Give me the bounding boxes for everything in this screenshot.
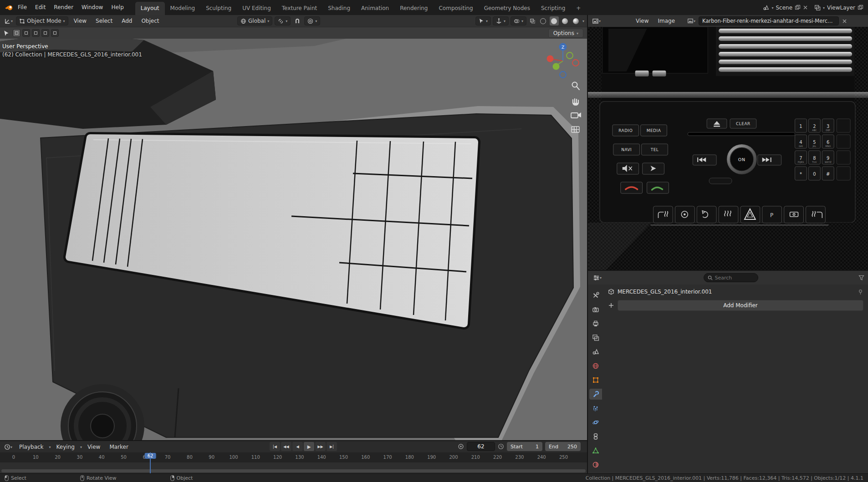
- gizmo-x-negative[interactable]: [572, 60, 579, 66]
- tab-shading[interactable]: Shading: [322, 2, 356, 15]
- properties-tab-particles[interactable]: [589, 403, 602, 414]
- tab-texture-paint[interactable]: Texture Paint: [276, 2, 322, 15]
- tab-animation[interactable]: Animation: [356, 2, 394, 15]
- filter-icon[interactable]: [858, 275, 864, 281]
- gizmos-dropdown[interactable]: [493, 16, 509, 25]
- transform-orientation-dropdown[interactable]: Global: [237, 16, 272, 25]
- browse-image-button[interactable]: [686, 16, 697, 25]
- snap-target-dropdown[interactable]: [275, 16, 291, 25]
- editor-type-button[interactable]: [3, 442, 14, 452]
- reference-image[interactable]: CLEAR RADIO MEDIA NAVI TEL: [588, 27, 868, 270]
- shading-solid-button[interactable]: [550, 16, 559, 25]
- search-input[interactable]: [715, 275, 752, 281]
- mode-dropdown[interactable]: Object Mode: [16, 16, 68, 25]
- view-layer-icon[interactable]: [814, 5, 821, 11]
- image-name-field[interactable]: Karbon-Fiber-renk-merkezi-anahtar-d-mesi…: [699, 16, 839, 25]
- tab-rendering[interactable]: Rendering: [394, 2, 433, 15]
- add-modifier-button[interactable]: Add Modifier: [618, 300, 863, 311]
- overlays-dropdown[interactable]: [511, 16, 526, 25]
- menu-file[interactable]: File: [14, 0, 31, 15]
- unlink-image-button[interactable]: [841, 16, 848, 25]
- editor-type-button[interactable]: [591, 16, 602, 25]
- properties-tab-physics[interactable]: [589, 417, 602, 428]
- select-mode-invert-button[interactable]: [41, 29, 49, 37]
- gizmo-x-axis[interactable]: [547, 56, 554, 62]
- editor-type-button[interactable]: [592, 273, 603, 282]
- menu-render[interactable]: Render: [50, 0, 77, 15]
- gizmo-z-negative[interactable]: [560, 71, 566, 78]
- snapping-toggle[interactable]: [293, 16, 302, 25]
- jump-to-start-button[interactable]: |◀: [270, 442, 280, 451]
- viewport-menu-object[interactable]: Object: [138, 18, 163, 24]
- properties-tab-view-layer[interactable]: [589, 332, 602, 343]
- pin-icon[interactable]: [858, 289, 863, 295]
- new-scene-icon[interactable]: [795, 5, 801, 10]
- timeline-tracks[interactable]: [0, 462, 587, 473]
- gizmo-y-negative[interactable]: [567, 52, 573, 59]
- shading-options-chevron-icon[interactable]: [582, 18, 584, 24]
- chevron-down-icon[interactable]: [823, 5, 825, 11]
- active-tool-button[interactable]: [2, 29, 11, 38]
- gizmo-y-axis[interactable]: [553, 63, 560, 70]
- properties-tab-output[interactable]: [589, 318, 602, 329]
- timeline-menu-marker[interactable]: Marker: [106, 444, 132, 450]
- menu-help[interactable]: Help: [107, 0, 128, 15]
- image-editor-canvas[interactable]: CLEAR RADIO MEDIA NAVI TEL: [588, 27, 868, 270]
- prev-keyframe-button[interactable]: ◀◀: [281, 442, 291, 451]
- scene-name[interactable]: Scene: [776, 5, 792, 11]
- properties-tab-tool[interactable]: [589, 290, 602, 301]
- tab-geometry-nodes[interactable]: Geometry Nodes: [479, 2, 536, 15]
- image-menu-view[interactable]: View: [632, 18, 652, 24]
- next-keyframe-button[interactable]: ▶▶: [315, 442, 326, 451]
- properties-tab-object-data[interactable]: [589, 445, 602, 456]
- auto-keying-icon[interactable]: [458, 443, 464, 450]
- viewport-menu-add[interactable]: Add: [118, 18, 136, 24]
- viewport-canvas[interactable]: Z User Perspect: [0, 39, 587, 440]
- plus-icon[interactable]: [608, 302, 614, 309]
- select-mode-subtract-button[interactable]: [32, 29, 40, 37]
- selectability-dropdown[interactable]: [475, 16, 491, 25]
- play-reverse-button[interactable]: ◀: [292, 442, 303, 451]
- properties-tab-render[interactable]: [589, 304, 602, 315]
- options-button[interactable]: Options: [548, 29, 583, 38]
- close-icon[interactable]: [803, 5, 808, 10]
- properties-tab-material[interactable]: [589, 459, 602, 470]
- menu-window[interactable]: Window: [77, 0, 107, 15]
- play-button[interactable]: ▶: [304, 442, 314, 451]
- select-mode-new-button[interactable]: [13, 29, 20, 37]
- select-mode-extend-button[interactable]: [22, 29, 30, 37]
- add-workspace-button[interactable]: +: [571, 2, 586, 15]
- properties-tab-world[interactable]: [589, 360, 602, 371]
- end-frame-field[interactable]: End 250: [545, 442, 581, 451]
- scene-icon[interactable]: [763, 5, 769, 11]
- timeline-menu-view[interactable]: View: [84, 444, 104, 450]
- menu-edit[interactable]: Edit: [31, 0, 50, 15]
- new-viewlayer-icon[interactable]: [858, 5, 863, 10]
- viewlayer-name[interactable]: ViewLayer: [827, 5, 855, 11]
- properties-tab-object[interactable]: [589, 375, 602, 386]
- proportional-edit-dropdown[interactable]: [304, 16, 320, 25]
- playhead-frame-badge[interactable]: 62: [145, 453, 156, 459]
- timeline-ruler[interactable]: 0102030405060708090100110120130140150160…: [0, 452, 587, 462]
- object-name[interactable]: MERCEDES_GLS_2016_interior.001: [618, 289, 712, 295]
- timeline-scrollbar[interactable]: [1, 469, 586, 472]
- editor-type-button[interactable]: [3, 16, 14, 25]
- jump-to-end-button[interactable]: ▶|: [327, 442, 337, 451]
- tab-uv-editing[interactable]: UV Editing: [237, 2, 276, 15]
- blender-logo-icon[interactable]: [5, 4, 14, 11]
- shading-material-button[interactable]: [561, 16, 570, 25]
- tab-layout[interactable]: Layout: [135, 2, 165, 15]
- shading-wireframe-button[interactable]: [539, 16, 548, 25]
- tab-scripting[interactable]: Scripting: [536, 2, 571, 15]
- image-menu-image[interactable]: Image: [654, 18, 679, 24]
- chevron-down-icon[interactable]: [771, 5, 773, 11]
- viewport-3d-scene[interactable]: Z: [0, 39, 587, 440]
- timeline-menu-playback[interactable]: Playback: [15, 444, 47, 450]
- properties-tab-constraints[interactable]: [589, 431, 602, 442]
- properties-tab-scene[interactable]: [589, 346, 602, 357]
- xray-toggle[interactable]: [528, 16, 537, 25]
- timeline-menu-keying[interactable]: Keying: [53, 444, 78, 450]
- start-frame-field[interactable]: Start 1: [507, 442, 542, 451]
- tab-compositing[interactable]: Compositing: [433, 2, 478, 15]
- current-frame-field[interactable]: 62: [467, 442, 495, 451]
